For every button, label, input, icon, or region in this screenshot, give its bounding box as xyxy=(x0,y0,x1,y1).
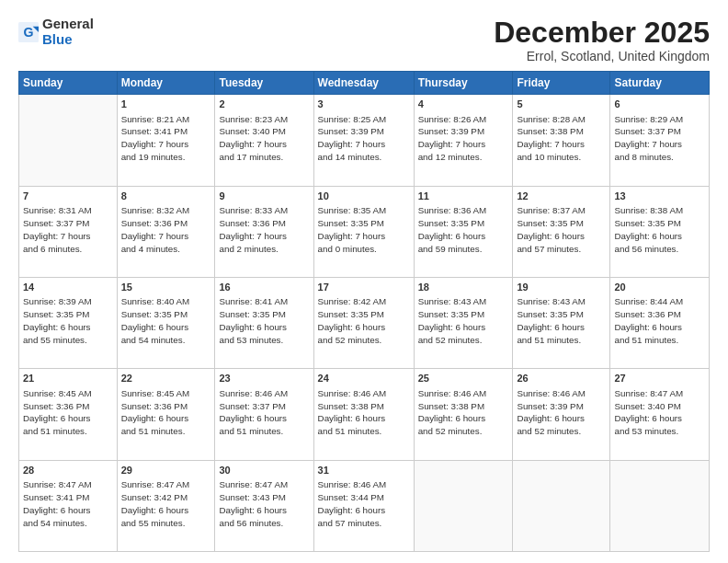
day-number: 19 xyxy=(517,281,606,294)
table-row: 11Sunrise: 8:36 AM Sunset: 3:35 PM Dayli… xyxy=(414,186,513,277)
day-number: 29 xyxy=(121,464,211,477)
day-number: 12 xyxy=(517,190,606,203)
day-info: Sunrise: 8:26 AM Sunset: 3:39 PM Dayligh… xyxy=(418,113,509,165)
day-number: 21 xyxy=(23,372,113,385)
day-info: Sunrise: 8:45 AM Sunset: 3:36 PM Dayligh… xyxy=(23,387,113,439)
table-row: 21Sunrise: 8:45 AM Sunset: 3:36 PM Dayli… xyxy=(19,369,118,460)
title-block: December 2025 Errol, Scotland, United Ki… xyxy=(494,17,710,63)
day-info: Sunrise: 8:42 AM Sunset: 3:35 PM Dayligh… xyxy=(318,295,410,347)
location-subtitle: Errol, Scotland, United Kingdom xyxy=(494,49,710,63)
day-number: 3 xyxy=(318,98,410,111)
day-info: Sunrise: 8:21 AM Sunset: 3:41 PM Dayligh… xyxy=(121,113,211,165)
day-number: 5 xyxy=(517,98,606,111)
calendar-table: Sunday Monday Tuesday Wednesday Thursday… xyxy=(18,71,710,552)
day-number: 6 xyxy=(614,98,705,111)
day-info: Sunrise: 8:46 AM Sunset: 3:38 PM Dayligh… xyxy=(318,387,410,439)
svg-text:G: G xyxy=(24,24,34,39)
day-number: 7 xyxy=(23,190,113,203)
table-row: 10Sunrise: 8:35 AM Sunset: 3:35 PM Dayli… xyxy=(313,186,414,277)
table-row: 5Sunrise: 8:28 AM Sunset: 3:38 PM Daylig… xyxy=(513,95,610,186)
day-number: 24 xyxy=(318,372,410,385)
table-row: 23Sunrise: 8:46 AM Sunset: 3:37 PM Dayli… xyxy=(215,369,313,460)
table-row: 15Sunrise: 8:40 AM Sunset: 3:35 PM Dayli… xyxy=(117,277,215,368)
table-row: 25Sunrise: 8:46 AM Sunset: 3:38 PM Dayli… xyxy=(414,369,513,460)
day-number: 18 xyxy=(418,281,509,294)
day-info: Sunrise: 8:25 AM Sunset: 3:39 PM Dayligh… xyxy=(318,113,410,165)
day-number: 25 xyxy=(418,372,509,385)
day-number: 22 xyxy=(121,372,211,385)
day-info: Sunrise: 8:47 AM Sunset: 3:41 PM Dayligh… xyxy=(23,478,113,530)
table-row: 8Sunrise: 8:32 AM Sunset: 3:36 PM Daylig… xyxy=(117,186,215,277)
day-number: 11 xyxy=(418,190,509,203)
table-row: 14Sunrise: 8:39 AM Sunset: 3:35 PM Dayli… xyxy=(19,277,118,368)
day-info: Sunrise: 8:35 AM Sunset: 3:35 PM Dayligh… xyxy=(318,204,410,256)
day-info: Sunrise: 8:45 AM Sunset: 3:36 PM Dayligh… xyxy=(121,387,211,439)
table-row: 3Sunrise: 8:25 AM Sunset: 3:39 PM Daylig… xyxy=(313,95,414,186)
day-number: 14 xyxy=(23,281,113,294)
day-info: Sunrise: 8:28 AM Sunset: 3:38 PM Dayligh… xyxy=(517,113,606,165)
table-row: 16Sunrise: 8:41 AM Sunset: 3:35 PM Dayli… xyxy=(215,277,313,368)
logo-icon: G xyxy=(18,22,39,42)
day-info: Sunrise: 8:43 AM Sunset: 3:35 PM Dayligh… xyxy=(517,295,606,347)
day-info: Sunrise: 8:33 AM Sunset: 3:36 PM Dayligh… xyxy=(219,204,309,256)
table-row xyxy=(513,460,610,551)
table-row: 26Sunrise: 8:46 AM Sunset: 3:39 PM Dayli… xyxy=(513,369,610,460)
day-info: Sunrise: 8:37 AM Sunset: 3:35 PM Dayligh… xyxy=(517,204,606,256)
day-number: 2 xyxy=(219,98,309,111)
month-title: December 2025 xyxy=(494,17,710,49)
page: G General Blue December 2025 Errol, Scot… xyxy=(0,0,728,563)
logo-general-text: General xyxy=(42,16,94,31)
col-thursday: Thursday xyxy=(414,72,513,95)
table-row xyxy=(610,460,710,551)
day-number: 4 xyxy=(418,98,509,111)
day-info: Sunrise: 8:23 AM Sunset: 3:40 PM Dayligh… xyxy=(219,113,309,165)
col-saturday: Saturday xyxy=(610,72,710,95)
day-info: Sunrise: 8:47 AM Sunset: 3:42 PM Dayligh… xyxy=(121,478,211,530)
logo: G General Blue xyxy=(18,17,94,47)
col-sunday: Sunday xyxy=(19,72,118,95)
table-row: 2Sunrise: 8:23 AM Sunset: 3:40 PM Daylig… xyxy=(215,95,313,186)
table-row: 22Sunrise: 8:45 AM Sunset: 3:36 PM Dayli… xyxy=(117,369,215,460)
day-info: Sunrise: 8:38 AM Sunset: 3:35 PM Dayligh… xyxy=(614,204,705,256)
col-tuesday: Tuesday xyxy=(215,72,313,95)
day-number: 13 xyxy=(614,190,705,203)
col-wednesday: Wednesday xyxy=(313,72,414,95)
day-info: Sunrise: 8:46 AM Sunset: 3:37 PM Dayligh… xyxy=(219,387,309,439)
day-number: 16 xyxy=(219,281,309,294)
day-info: Sunrise: 8:40 AM Sunset: 3:35 PM Dayligh… xyxy=(121,295,211,347)
table-row: 1Sunrise: 8:21 AM Sunset: 3:41 PM Daylig… xyxy=(117,95,215,186)
table-row: 12Sunrise: 8:37 AM Sunset: 3:35 PM Dayli… xyxy=(513,186,610,277)
day-info: Sunrise: 8:41 AM Sunset: 3:35 PM Dayligh… xyxy=(219,295,309,347)
day-info: Sunrise: 8:47 AM Sunset: 3:40 PM Dayligh… xyxy=(614,387,705,439)
day-info: Sunrise: 8:46 AM Sunset: 3:38 PM Dayligh… xyxy=(418,387,509,439)
day-number: 27 xyxy=(614,372,705,385)
table-row: 4Sunrise: 8:26 AM Sunset: 3:39 PM Daylig… xyxy=(414,95,513,186)
table-row xyxy=(19,95,118,186)
day-number: 15 xyxy=(121,281,211,294)
table-row: 7Sunrise: 8:31 AM Sunset: 3:37 PM Daylig… xyxy=(19,186,118,277)
day-info: Sunrise: 8:43 AM Sunset: 3:35 PM Dayligh… xyxy=(418,295,509,347)
day-info: Sunrise: 8:29 AM Sunset: 3:37 PM Dayligh… xyxy=(614,113,705,165)
table-row: 18Sunrise: 8:43 AM Sunset: 3:35 PM Dayli… xyxy=(414,277,513,368)
table-row xyxy=(414,460,513,551)
day-info: Sunrise: 8:46 AM Sunset: 3:44 PM Dayligh… xyxy=(318,478,410,530)
day-info: Sunrise: 8:36 AM Sunset: 3:35 PM Dayligh… xyxy=(418,204,509,256)
day-info: Sunrise: 8:47 AM Sunset: 3:43 PM Dayligh… xyxy=(219,478,309,530)
table-row: 17Sunrise: 8:42 AM Sunset: 3:35 PM Dayli… xyxy=(313,277,414,368)
day-info: Sunrise: 8:32 AM Sunset: 3:36 PM Dayligh… xyxy=(121,204,211,256)
day-number: 31 xyxy=(318,464,410,477)
calendar-header-row: Sunday Monday Tuesday Wednesday Thursday… xyxy=(19,72,710,95)
table-row: 31Sunrise: 8:46 AM Sunset: 3:44 PM Dayli… xyxy=(313,460,414,551)
table-row: 19Sunrise: 8:43 AM Sunset: 3:35 PM Dayli… xyxy=(513,277,610,368)
header: G General Blue December 2025 Errol, Scot… xyxy=(18,17,710,63)
table-row: 30Sunrise: 8:47 AM Sunset: 3:43 PM Dayli… xyxy=(215,460,313,551)
day-info: Sunrise: 8:44 AM Sunset: 3:36 PM Dayligh… xyxy=(614,295,705,347)
table-row: 29Sunrise: 8:47 AM Sunset: 3:42 PM Dayli… xyxy=(117,460,215,551)
day-info: Sunrise: 8:46 AM Sunset: 3:39 PM Dayligh… xyxy=(517,387,606,439)
logo-blue-text: Blue xyxy=(42,31,73,47)
day-number: 26 xyxy=(517,372,606,385)
day-number: 30 xyxy=(219,464,309,477)
table-row: 28Sunrise: 8:47 AM Sunset: 3:41 PM Dayli… xyxy=(19,460,118,551)
day-number: 17 xyxy=(318,281,410,294)
day-number: 10 xyxy=(318,190,410,203)
